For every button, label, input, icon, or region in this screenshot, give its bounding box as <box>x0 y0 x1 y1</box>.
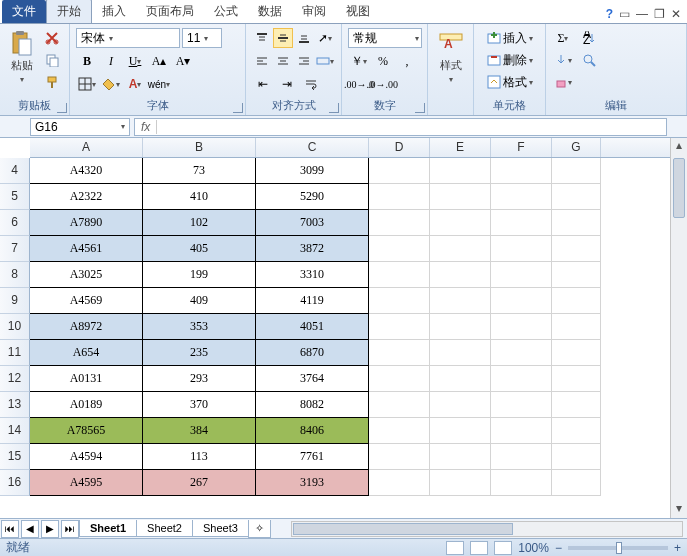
zoom-slider-handle[interactable] <box>616 542 622 554</box>
cell[interactable] <box>552 288 601 314</box>
align-bottom-button[interactable] <box>295 28 314 48</box>
hscroll-thumb[interactable] <box>293 523 513 535</box>
insert-cells-button[interactable]: 插入▾ <box>480 28 539 48</box>
cell[interactable] <box>369 158 430 184</box>
cell[interactable]: 3193 <box>256 470 369 496</box>
row-header[interactable]: 4 <box>0 158 30 184</box>
cell[interactable]: A2322 <box>30 184 143 210</box>
new-sheet-button[interactable]: ✧ <box>248 520 271 538</box>
col-header-A[interactable]: A <box>30 138 143 157</box>
cell[interactable] <box>430 288 491 314</box>
cell[interactable] <box>369 210 430 236</box>
col-header-D[interactable]: D <box>369 138 430 157</box>
view-normal-button[interactable] <box>446 541 464 555</box>
cell[interactable]: 6870 <box>256 340 369 366</box>
cell[interactable] <box>430 366 491 392</box>
cell[interactable]: A7890 <box>30 210 143 236</box>
cell[interactable]: 8082 <box>256 392 369 418</box>
cell[interactable]: 409 <box>143 288 256 314</box>
minimize-ribbon-icon[interactable]: ▭ <box>619 7 630 21</box>
row-header[interactable]: 10 <box>0 314 30 340</box>
sheet-nav-first[interactable]: ⏮ <box>1 520 19 538</box>
cell[interactable]: 3764 <box>256 366 369 392</box>
cell[interactable] <box>369 288 430 314</box>
cell[interactable] <box>491 444 552 470</box>
cell[interactable] <box>369 444 430 470</box>
cell[interactable]: 370 <box>143 392 256 418</box>
tab-layout[interactable]: 页面布局 <box>136 0 204 23</box>
cell[interactable]: A4569 <box>30 288 143 314</box>
cell[interactable] <box>430 236 491 262</box>
scroll-down-arrow[interactable]: ▾ <box>671 501 687 518</box>
cell[interactable]: 235 <box>143 340 256 366</box>
cell[interactable]: 3310 <box>256 262 369 288</box>
col-header-C[interactable]: C <box>256 138 369 157</box>
tab-review[interactable]: 审阅 <box>292 0 336 23</box>
cell[interactable]: A4561 <box>30 236 143 262</box>
cell[interactable] <box>369 418 430 444</box>
tab-file[interactable]: 文件 <box>2 0 46 23</box>
cell[interactable]: A0189 <box>30 392 143 418</box>
styles-button[interactable]: A 样式 ▾ <box>434 28 467 111</box>
align-center-button[interactable] <box>273 51 292 71</box>
cell[interactable] <box>491 314 552 340</box>
grow-font-button[interactable]: A▴ <box>148 51 170 71</box>
increase-decimal-button[interactable]: .00→.0 <box>348 74 370 94</box>
shrink-font-button[interactable]: A▾ <box>172 51 194 71</box>
cell[interactable]: A3025 <box>30 262 143 288</box>
view-pagebreak-button[interactable] <box>494 541 512 555</box>
cell[interactable]: 8406 <box>256 418 369 444</box>
sheet-nav-next[interactable]: ▶ <box>41 520 59 538</box>
cell[interactable]: 3099 <box>256 158 369 184</box>
delete-cells-button[interactable]: 删除▾ <box>480 50 539 70</box>
autosum-button[interactable]: Σ▾ <box>552 28 574 48</box>
increase-indent-button[interactable]: ⇥ <box>276 74 298 94</box>
minimize-icon[interactable]: — <box>636 7 648 21</box>
cell[interactable] <box>430 340 491 366</box>
col-header-E[interactable]: E <box>430 138 491 157</box>
col-header-B[interactable]: B <box>143 138 256 157</box>
border-button[interactable]: ▾ <box>76 74 98 94</box>
name-box[interactable]: G16▾ <box>30 118 130 136</box>
cell[interactable] <box>430 392 491 418</box>
cell[interactable] <box>491 418 552 444</box>
fx-icon[interactable]: fx <box>135 120 157 134</box>
cell[interactable]: 5290 <box>256 184 369 210</box>
cell[interactable]: 7003 <box>256 210 369 236</box>
cell[interactable]: 113 <box>143 444 256 470</box>
number-format-combo[interactable]: 常规▾ <box>348 28 422 48</box>
help-icon[interactable]: ? <box>606 7 613 21</box>
cell[interactable] <box>491 158 552 184</box>
cell[interactable] <box>369 314 430 340</box>
align-middle-button[interactable] <box>273 28 292 48</box>
align-left-button[interactable] <box>252 51 271 71</box>
cell[interactable] <box>430 262 491 288</box>
cell[interactable] <box>491 184 552 210</box>
close-icon[interactable]: ✕ <box>671 7 681 21</box>
row-header[interactable]: 15 <box>0 444 30 470</box>
decrease-decimal-button[interactable]: .0→.00 <box>372 74 394 94</box>
clipboard-dialog-launcher[interactable] <box>57 103 67 113</box>
horizontal-scrollbar[interactable] <box>291 521 683 537</box>
cell[interactable]: 199 <box>143 262 256 288</box>
font-size-combo[interactable]: 11▾ <box>182 28 222 48</box>
cell[interactable] <box>491 366 552 392</box>
cell[interactable]: 4119 <box>256 288 369 314</box>
sheet-tab[interactable]: Sheet2 <box>136 520 193 537</box>
align-right-button[interactable] <box>294 51 313 71</box>
align-dialog-launcher[interactable] <box>329 103 339 113</box>
cell[interactable] <box>552 418 601 444</box>
row-header[interactable]: 7 <box>0 236 30 262</box>
cell[interactable] <box>491 392 552 418</box>
tab-home[interactable]: 开始 <box>46 0 92 23</box>
cell[interactable] <box>369 184 430 210</box>
cell[interactable] <box>552 444 601 470</box>
find-select-button[interactable] <box>578 50 600 70</box>
clear-button[interactable]: ▾ <box>552 72 574 92</box>
number-dialog-launcher[interactable] <box>415 103 425 113</box>
cell[interactable]: 73 <box>143 158 256 184</box>
cell[interactable] <box>491 236 552 262</box>
cell[interactable] <box>369 236 430 262</box>
cell[interactable] <box>552 314 601 340</box>
row-header[interactable]: 11 <box>0 340 30 366</box>
